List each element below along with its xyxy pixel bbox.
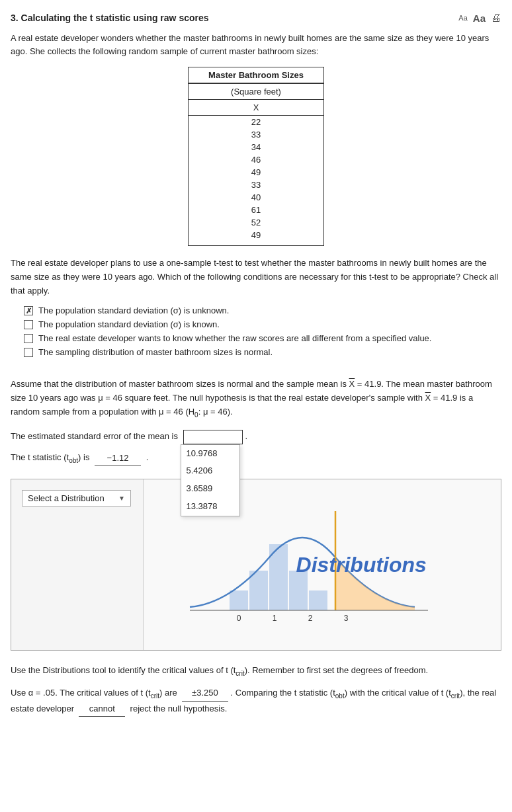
assume-paragraph: Assume that the distribution of master b… [11, 378, 501, 420]
checkbox-label-4: The sampling distribution of master bath… [38, 347, 273, 357]
t-stat-label: The t statistic (tobt) is [11, 451, 89, 466]
svg-text:3: 3 [344, 614, 349, 623]
checkbox-item-3[interactable]: The real estate developer wants to know … [24, 333, 501, 343]
table-row: 33 [189, 128, 324, 141]
table-row: 49 [189, 229, 324, 246]
table-cell: 34 [189, 141, 324, 153]
checkbox-list: ✗ The population standard deviation (σ) … [24, 305, 501, 357]
se-period: . [245, 430, 248, 444]
table-cell: 33 [189, 179, 324, 191]
svg-text:0: 0 [237, 614, 241, 623]
critical-value-input[interactable]: ±3.250 [182, 686, 228, 702]
checkbox-1[interactable]: ✗ [24, 306, 33, 315]
table-cell: 49 [189, 229, 324, 246]
dropdown-option-4[interactable]: 13.3878 [181, 498, 239, 516]
svg-text:1: 1 [273, 614, 277, 623]
t-stat-input[interactable]: −1.12 [95, 451, 141, 466]
dist-watermark-label: Distributions [296, 553, 427, 577]
checkbox-label-1: The population standard deviation (σ) is… [38, 305, 229, 315]
checkbox-item-2[interactable]: The population standard deviation (σ) is… [24, 319, 501, 329]
table-row: 33 [189, 179, 324, 191]
bottom-text-1: Use the Distributions tool to identify t… [11, 664, 501, 679]
checkbox-item-1[interactable]: ✗ The population standard deviation (σ) … [24, 305, 501, 315]
distribution-box: Select a Distribution ▼ 0 1 2 3 [11, 479, 501, 651]
table-header2: (Square feet) [189, 83, 324, 100]
page-header: 3. Calculating the t statistic using raw… [11, 12, 501, 24]
table-header1: Master Bathroom Sizes [189, 67, 324, 84]
table-row: 34 [189, 141, 324, 153]
checkbox-item-4[interactable]: The sampling distribution of master bath… [24, 347, 501, 357]
dropdown-option-2[interactable]: 5.4206 [181, 462, 239, 480]
select-distribution-label: Select a Distribution [28, 493, 105, 503]
print-icon[interactable]: 🖨 [491, 12, 501, 24]
cannot-input[interactable]: cannot [79, 702, 125, 717]
checkbox-2[interactable] [24, 320, 33, 329]
select-distribution-dropdown[interactable]: Select a Distribution ▼ [22, 490, 131, 507]
intro-paragraph: A real estate developer wonders whether … [11, 32, 501, 58]
se-row: The estimated standard error of the mean… [11, 430, 501, 444]
table-cell: 33 [189, 128, 324, 141]
dropdown-option-3[interactable]: 3.6589 [181, 480, 239, 498]
table-row: 49 [189, 166, 324, 179]
bottom-text-2: Use α = .05. The critical values of t (t… [11, 686, 501, 717]
table-cell: 61 [189, 204, 324, 216]
table-col-label: X [189, 100, 324, 116]
table-cell: 46 [189, 153, 324, 166]
table-row: 40 [189, 191, 324, 204]
t-stat-row: The t statistic (tobt) is −1.12 . [11, 451, 501, 466]
svg-rect-0 [230, 590, 248, 610]
checkbox-4[interactable] [24, 348, 33, 357]
bathroom-sizes-table: Master Bathroom Sizes (Square feet) X 22… [188, 67, 324, 246]
se-input[interactable] [183, 430, 243, 444]
table-row: 46 [189, 153, 324, 166]
table-cell: 22 [189, 116, 324, 129]
data-table-wrapper: Master Bathroom Sizes (Square feet) X 22… [11, 67, 501, 246]
table-cell: 49 [189, 166, 324, 179]
dropdown-arrow-icon: ▼ [118, 495, 125, 502]
checkbox-label-3: The real estate developer wants to know … [38, 333, 431, 343]
table-row: 22 [189, 116, 324, 129]
svg-rect-1 [249, 571, 268, 610]
font-large-icon[interactable]: Aa [473, 13, 486, 24]
conditions-intro: The real estate developer plans to use a… [11, 257, 501, 298]
font-small-icon[interactable]: Aa [458, 14, 467, 22]
dist-left-panel: Select a Distribution ▼ [11, 479, 144, 650]
table-row: 52 [189, 216, 324, 229]
svg-rect-4 [309, 590, 327, 610]
table-row: 61 [189, 204, 324, 216]
se-label: The estimated standard error of the mean… [11, 430, 178, 444]
se-dropdown-anchor: 10.9768 5.4206 3.6589 13.3878 [181, 430, 245, 444]
table-cell: 40 [189, 191, 324, 204]
svg-text:2: 2 [308, 614, 313, 623]
checkbox-3[interactable] [24, 334, 33, 343]
page-title: 3. Calculating the t statistic using raw… [11, 13, 209, 23]
dropdown-option-1[interactable]: 10.9768 [181, 445, 239, 463]
toolbar: Aa Aa 🖨 [458, 12, 501, 24]
table-cell: 52 [189, 216, 324, 229]
se-dropdown-menu[interactable]: 10.9768 5.4206 3.6589 13.3878 [181, 444, 240, 516]
checkbox-label-2: The population standard deviation (σ) is… [38, 319, 220, 329]
